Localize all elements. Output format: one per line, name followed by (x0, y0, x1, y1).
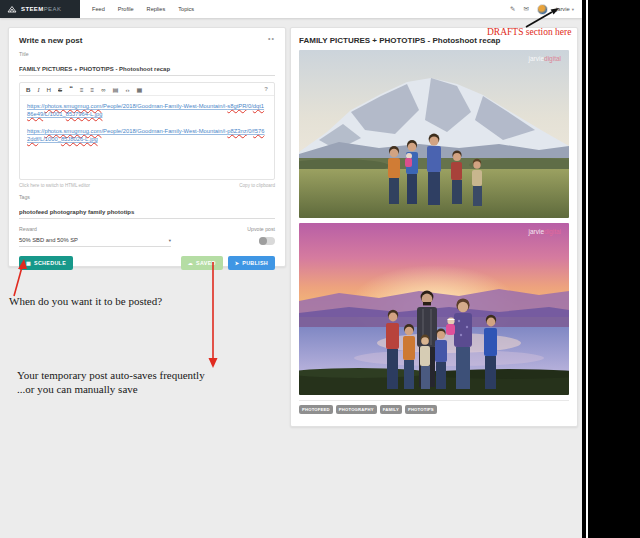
nav-menu: FeedProfileRepliesTopics (92, 0, 194, 18)
nav-right: ✎ ✉ jarvie ▾ (510, 0, 574, 18)
saved-button-label: SAVED (196, 260, 216, 266)
nav-item-topics[interactable]: Topics (178, 6, 194, 12)
title-label: Title (19, 51, 275, 57)
username: jarvie (556, 6, 570, 12)
schedule-button-label: SCHEDULE (34, 260, 66, 266)
ordered-list-icon[interactable]: ≡ (91, 86, 95, 93)
scrollbar[interactable] (586, 0, 588, 538)
content-link[interactable]: https://photos.smugmug.com/People/2018/G… (27, 127, 267, 143)
bold-icon[interactable]: B (26, 86, 30, 93)
cloud-save-icon: ☁ (188, 260, 193, 266)
preview-card: FAMILY PICTURES + PHOTOTIPS - Photoshoot… (290, 27, 578, 427)
send-icon: ➤ (235, 260, 240, 266)
editor-body[interactable]: https://photos.smugmug.com/People/2018/G… (20, 96, 274, 179)
family-photo-sunset: jarviedigital (299, 223, 569, 395)
nav-item-profile[interactable]: Profile (118, 6, 134, 12)
saved-button[interactable]: ☁ SAVED (181, 256, 223, 270)
upvote-toggle[interactable] (259, 237, 275, 245)
family-photo-daytime: jarviedigital (299, 50, 569, 218)
page-background: STEEMPEAK FeedProfileRepliesTopics ✎ ✉ j… (0, 0, 582, 538)
editor-toolbar-icons: BIHS“≡≡∞▤‹›▦ (26, 86, 142, 93)
page-title: Write a new post (19, 36, 82, 45)
editor-toolbar: BIHS“≡≡∞▤‹›▦ ? (20, 83, 274, 96)
preview-title: FAMILY PICTURES + PHOTOTIPS - Photoshoot… (299, 36, 569, 45)
inbox-icon[interactable]: ✉ (523, 5, 528, 13)
upvote-label: Upvote post (247, 226, 275, 232)
table-icon[interactable]: ▦ (137, 86, 143, 93)
strikethrough-icon[interactable]: S (58, 86, 62, 93)
top-navbar: STEEMPEAK FeedProfileRepliesTopics ✎ ✉ j… (0, 0, 582, 18)
preview-divider (299, 400, 569, 401)
help-icon[interactable]: ? (264, 86, 268, 92)
publish-button-label: PUBLISH (242, 260, 268, 266)
tag-badge-photofeed: PHOTOFEED (299, 405, 333, 414)
reward-select[interactable]: 50% SBD and 50% SP ▾ (19, 235, 171, 247)
chevron-down-icon: ▾ (572, 7, 574, 12)
title-input[interactable] (19, 63, 275, 76)
annotation-drafts: DRAFTS section here (487, 27, 571, 37)
tags-label: Tags (19, 194, 275, 200)
calendar-icon: ▦ (26, 260, 31, 266)
nav-item-feed[interactable]: Feed (92, 6, 105, 12)
quote-icon[interactable]: “ (69, 87, 73, 91)
tag-badge-phototips: PHOTOTIPS (405, 405, 437, 414)
annotation-autosave-line1: Your temporary post auto-saves frequentl… (17, 369, 205, 383)
link-icon[interactable]: ∞ (101, 86, 105, 93)
tag-badge-family: FAMILY (380, 405, 402, 414)
write-post-card: Write a new post •• Title BIHS“≡≡∞▤‹›▦ ?… (8, 27, 286, 267)
mountain-logo-icon (7, 5, 17, 13)
red-arrow-from-saved (209, 262, 218, 368)
screenshot-root: STEEMPEAK FeedProfileRepliesTopics ✎ ✉ j… (0, 0, 640, 538)
preview-tags: PHOTOFEEDPHOTOGRAPHYFAMILYPHOTOTIPS (299, 405, 569, 414)
content-link[interactable]: https://photos.smugmug.com/People/2018/G… (27, 102, 267, 118)
heading-icon[interactable]: H (47, 86, 51, 93)
watermark-2: jarviedigital (527, 228, 561, 236)
tags-input[interactable] (19, 206, 275, 219)
schedule-button[interactable]: ▦ SCHEDULE (19, 256, 73, 270)
markdown-editor: BIHS“≡≡∞▤‹›▦ ? https://photos.smugmug.co… (19, 82, 275, 180)
switch-html-link[interactable]: Click here to switch to HTML editor (19, 183, 90, 188)
publish-button[interactable]: ➤ PUBLISH (228, 256, 275, 270)
code-icon[interactable]: ‹› (125, 86, 129, 93)
nav-item-replies[interactable]: Replies (147, 6, 166, 12)
reward-value: 50% SBD and 50% SP (19, 237, 78, 243)
italic-icon[interactable]: I (37, 86, 39, 93)
image-icon[interactable]: ▤ (113, 86, 119, 93)
reward-label: Reward (19, 226, 37, 232)
annotation-autosave-line2: ...or you can manually save (17, 383, 205, 397)
copy-clipboard-link[interactable]: Copy to clipboard (239, 183, 275, 188)
tag-badge-photography: PHOTOGRAPHY (336, 405, 377, 414)
user-dropdown[interactable]: jarvie ▾ (556, 6, 574, 12)
pencil-icon[interactable]: ✎ (510, 5, 515, 13)
watermark-1: jarviedigital (527, 55, 561, 63)
toggle-knob (259, 237, 267, 245)
select-caret-icon: ▾ (169, 238, 171, 243)
brand-text: STEEMPEAK (21, 6, 61, 12)
card-options-icon[interactable]: •• (268, 36, 275, 42)
annotation-schedule-question: When do you want it to be posted? (9, 295, 162, 307)
steempeak-logo[interactable]: STEEMPEAK (0, 0, 80, 18)
bullet-list-icon[interactable]: ≡ (80, 86, 84, 93)
avatar[interactable] (537, 4, 548, 15)
annotation-autosave: Your temporary post auto-saves frequentl… (17, 369, 205, 396)
